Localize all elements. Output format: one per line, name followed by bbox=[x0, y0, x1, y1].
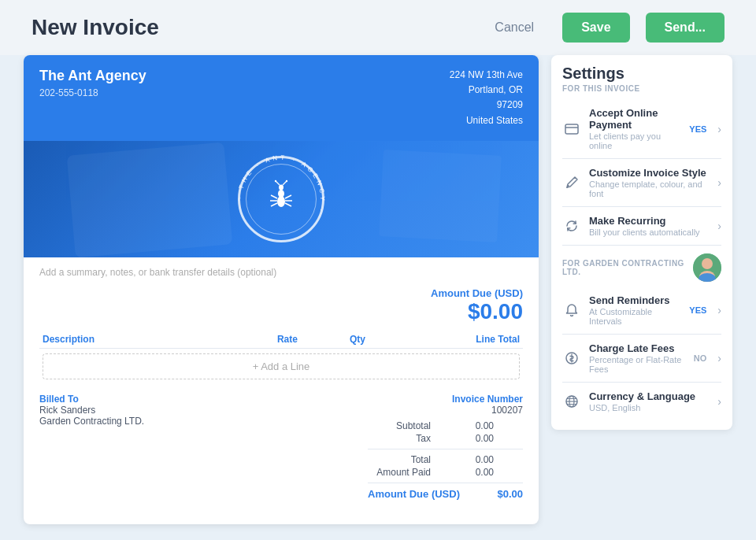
table-header-row: Description Rate Qty Line Total bbox=[39, 331, 523, 349]
amount-due-section: Amount Due (USD) $0.00 bbox=[39, 287, 523, 324]
totals-section: Subtotal 0.00 Tax 0.00 Total 0.00 bbox=[368, 420, 523, 500]
charge-late-fees-desc: Percentage or Flat-Rate Fees bbox=[589, 355, 686, 374]
settings-item-send-reminders[interactable]: Send Reminders At Customizable Intervals… bbox=[562, 287, 721, 335]
online-payment-chevron: › bbox=[717, 123, 721, 135]
amount-due-bottom-row: Amount Due (USD) $0.00 bbox=[368, 488, 523, 500]
customize-style-label: Customize Invoice Style bbox=[589, 167, 710, 179]
address-line1: 224 NW 13th Ave bbox=[450, 68, 523, 83]
send-reminders-chevron: › bbox=[717, 304, 721, 316]
invoice-number-label: Invoice Number bbox=[452, 394, 523, 405]
amount-paid-label: Amount Paid bbox=[368, 467, 431, 478]
online-payment-text: Accept Online Payment Let clients pay yo… bbox=[589, 107, 681, 150]
charge-late-fees-chevron: › bbox=[717, 352, 721, 364]
total-value: 0.00 bbox=[462, 454, 494, 465]
totals-divider2 bbox=[368, 483, 523, 483]
charge-late-fees-text: Charge Late Fees Percentage or Flat-Rate… bbox=[589, 342, 686, 374]
send-reminders-text: Send Reminders At Customizable Intervals bbox=[589, 294, 681, 326]
customize-style-text: Customize Invoice Style Change template,… bbox=[589, 167, 710, 198]
laptop-decoration bbox=[67, 142, 233, 257]
dollar-icon bbox=[562, 349, 581, 368]
online-payment-desc: Let clients pay you online bbox=[589, 131, 681, 150]
currency-language-chevron: › bbox=[717, 395, 721, 408]
send-reminders-badge: YES bbox=[689, 305, 706, 315]
customize-style-desc: Change template, colour, and font bbox=[589, 179, 710, 198]
refresh-icon bbox=[562, 216, 581, 235]
address-line2: Portland, OR bbox=[450, 83, 523, 98]
currency-language-desc: USD, English bbox=[589, 403, 710, 412]
amount-paid-row: Amount Paid 0.00 bbox=[368, 467, 523, 478]
subtotal-value: 0.00 bbox=[462, 420, 494, 431]
make-recurring-desc: Bill your clients automatically bbox=[589, 227, 710, 237]
totals-block: Invoice Number 100207 Subtotal 0.00 Tax … bbox=[368, 394, 523, 500]
address-line3: 97209 bbox=[450, 98, 523, 113]
settings-item-charge-late-fees[interactable]: Charge Late Fees Percentage or Flat-Rate… bbox=[562, 335, 721, 383]
totals-divider bbox=[368, 449, 523, 449]
card-icon bbox=[562, 120, 581, 139]
company-address: 224 NW 13th Ave Portland, OR 97209 Unite… bbox=[450, 68, 523, 128]
invoice-number-block: Invoice Number 100207 bbox=[452, 394, 523, 416]
col-rate: Rate bbox=[218, 331, 301, 349]
billed-to-section: Billed To Rick Sanders Garden Contractin… bbox=[39, 394, 144, 427]
col-qty: Qty bbox=[301, 331, 369, 349]
amount-due-block: Amount Due (USD) $0.00 bbox=[431, 287, 523, 324]
total-row: Total 0.00 bbox=[368, 454, 523, 465]
settings-item-make-recurring[interactable]: Make Recurring Bill your clients automat… bbox=[562, 207, 721, 246]
customize-style-chevron: › bbox=[717, 176, 721, 189]
invoice-header: The Ant Agency 202-555-0118 224 NW 13th … bbox=[24, 55, 539, 141]
amount-paid-value: 0.00 bbox=[462, 467, 494, 478]
settings-item-currency-language[interactable]: Currency & Language USD, English › bbox=[562, 383, 721, 420]
page-title: New Invoice bbox=[32, 15, 466, 40]
paper-decoration bbox=[379, 150, 502, 242]
total-label: Total bbox=[368, 454, 431, 465]
amount-due-value: $0.00 bbox=[431, 299, 523, 324]
tax-row: Tax 0.00 bbox=[368, 433, 523, 444]
make-recurring-label: Make Recurring bbox=[589, 215, 710, 227]
billed-to-company: Garden Contracting LTD. bbox=[39, 416, 144, 427]
currency-language-text: Currency & Language USD, English bbox=[589, 390, 710, 412]
amount-due-label: Amount Due (USD) bbox=[431, 287, 523, 299]
amount-due-bottom-label: Amount Due (USD) bbox=[368, 488, 460, 500]
amount-due-bottom-value: $0.00 bbox=[491, 488, 523, 500]
svg-point-17 bbox=[702, 258, 713, 269]
invoice-banner: · THE · ANT · AGENCY · bbox=[24, 141, 539, 257]
charge-late-fees-badge: NO bbox=[694, 353, 707, 363]
settings-panel: Settings FOR THIS INVOICE Accept Online … bbox=[551, 55, 732, 524]
billed-to-label: Billed To bbox=[39, 394, 144, 405]
online-payment-label: Accept Online Payment bbox=[589, 107, 681, 131]
invoice-number-value: 100207 bbox=[452, 405, 523, 416]
currency-language-label: Currency & Language bbox=[589, 390, 710, 402]
settings-subtitle: FOR THIS INVOICE bbox=[562, 84, 721, 93]
settings-card: Settings FOR THIS INVOICE Accept Online … bbox=[551, 55, 732, 430]
settings-item-online-payment[interactable]: Accept Online Payment Let clients pay yo… bbox=[562, 99, 721, 159]
settings-item-customize-style[interactable]: Customize Invoice Style Change template,… bbox=[562, 159, 721, 207]
make-recurring-text: Make Recurring Bill your clients automat… bbox=[589, 215, 710, 237]
invoice-table: Description Rate Qty Line Total + Add a … bbox=[39, 331, 523, 384]
online-payment-badge: YES bbox=[689, 124, 706, 134]
col-line-total: Line Total bbox=[369, 331, 523, 349]
invoice-notes: Add a summary, notes, or bank transfer d… bbox=[39, 267, 523, 278]
main-content: The Ant Agency 202-555-0118 224 NW 13th … bbox=[0, 55, 756, 540]
billed-to-name: Rick Sanders bbox=[39, 405, 144, 416]
save-button[interactable]: Save bbox=[562, 13, 629, 43]
add-line-button[interactable]: + Add a Line bbox=[43, 353, 520, 379]
add-line-row[interactable]: + Add a Line bbox=[39, 348, 523, 384]
invoice-body: Add a summary, notes, or bank transfer d… bbox=[24, 257, 539, 524]
settings-subtitle2: FOR GARDEN CONTRACTING LTD. bbox=[562, 259, 687, 276]
charge-late-fees-label: Charge Late Fees bbox=[589, 342, 686, 354]
company-info: The Ant Agency 202-555-0118 bbox=[39, 68, 146, 98]
invoice-panel: The Ant Agency 202-555-0118 224 NW 13th … bbox=[24, 55, 539, 524]
settings-section2-divider: FOR GARDEN CONTRACTING LTD. bbox=[562, 253, 721, 282]
globe-icon bbox=[562, 392, 581, 411]
cancel-button[interactable]: Cancel bbox=[482, 14, 547, 41]
settings-title: Settings bbox=[562, 65, 721, 83]
company-name: The Ant Agency bbox=[39, 68, 146, 84]
send-button[interactable]: Send... bbox=[646, 13, 724, 43]
tax-label: Tax bbox=[368, 433, 431, 444]
company-phone: 202-555-0118 bbox=[39, 87, 146, 98]
page-header: New Invoice Cancel Save Send... bbox=[0, 0, 756, 55]
avatar-svg bbox=[693, 253, 721, 282]
subtotal-row: Subtotal 0.00 bbox=[368, 420, 523, 431]
send-reminders-desc: At Customizable Intervals bbox=[589, 307, 681, 326]
send-reminders-label: Send Reminders bbox=[589, 294, 681, 306]
address-line4: United States bbox=[450, 113, 523, 128]
